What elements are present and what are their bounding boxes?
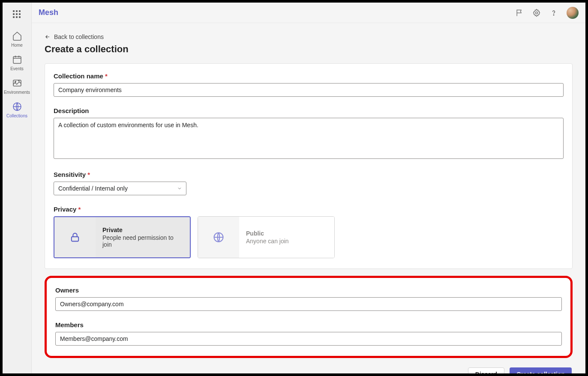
privacy-label: Privacy (54, 206, 564, 213)
field-description: Description A collection of custom envir… (54, 107, 564, 161)
field-collection-name: Collection name (54, 72, 564, 97)
description-input[interactable]: A collection of custom environments for … (54, 118, 564, 159)
lock-icon (69, 231, 81, 243)
app-launcher-icon[interactable] (13, 10, 21, 19)
arrow-left-icon (45, 34, 51, 40)
page-title: Create a collection (45, 44, 573, 55)
rail-item-environments[interactable]: Environments (3, 75, 32, 98)
app-rail: Home Events Environments Collections (3, 3, 32, 373)
calendar-icon (12, 54, 22, 65)
svg-point-2 (15, 81, 15, 82)
field-owners: Owners (55, 286, 562, 311)
back-link-text: Back to collections (54, 33, 104, 40)
privacy-public-sub: Anyone can join (246, 238, 327, 245)
home-icon (12, 31, 22, 41)
top-bar: Mesh (32, 3, 585, 23)
discard-button[interactable]: Discard (468, 367, 504, 373)
rail-label-environments: Environments (4, 90, 30, 95)
form-card-main: Collection name Description A collection… (45, 63, 573, 269)
globe-icon (213, 231, 225, 243)
create-collection-button[interactable]: Create collection (510, 367, 572, 373)
flag-icon[interactable] (513, 6, 526, 20)
rail-label-events: Events (10, 66, 24, 71)
svg-rect-6 (72, 237, 78, 242)
settings-gear-icon[interactable] (530, 6, 543, 20)
sensitivity-select[interactable] (54, 182, 186, 195)
user-avatar[interactable] (567, 7, 579, 19)
members-label: Members (55, 321, 562, 328)
svg-rect-0 (13, 57, 21, 63)
rail-label-home: Home (11, 43, 23, 48)
privacy-public-title: Public (246, 230, 327, 237)
rail-item-events[interactable]: Events (3, 51, 32, 75)
form-card-members: Owners Members (45, 276, 573, 358)
sensitivity-label: Sensitivity (54, 171, 564, 178)
footer-actions: Discard Create collection (45, 365, 573, 373)
privacy-option-private[interactable]: Private People need permission to join (54, 216, 191, 258)
main-area: Mesh Back to collections Create a collec… (32, 3, 585, 373)
privacy-private-title: Private (102, 227, 183, 233)
app-window: Home Events Environments Collections Mes… (0, 0, 588, 376)
privacy-option-public[interactable]: Public Anyone can join (198, 216, 335, 258)
field-sensitivity: Sensitivity (54, 171, 564, 195)
svg-point-5 (553, 15, 554, 15)
field-privacy: Privacy Private People need permission t… (54, 206, 564, 258)
svg-point-4 (536, 12, 538, 14)
rail-label-collections: Collections (6, 113, 27, 118)
collection-name-label: Collection name (54, 72, 564, 80)
rail-item-home[interactable]: Home (3, 27, 32, 51)
back-to-collections-link[interactable]: Back to collections (45, 32, 104, 42)
collection-name-input[interactable] (54, 83, 564, 97)
owners-input[interactable] (55, 297, 562, 311)
owners-label: Owners (55, 286, 562, 294)
description-label: Description (54, 107, 564, 114)
app-title: Mesh (39, 8, 58, 17)
field-members: Members (55, 321, 562, 346)
rail-item-collections[interactable]: Collections (3, 98, 32, 122)
privacy-private-sub: People need permission to join (102, 234, 183, 248)
page-content: Back to collections Create a collection … (32, 23, 585, 373)
globe-icon (12, 101, 22, 112)
members-input[interactable] (55, 332, 562, 346)
help-icon[interactable] (547, 6, 561, 20)
environments-icon (12, 78, 22, 88)
